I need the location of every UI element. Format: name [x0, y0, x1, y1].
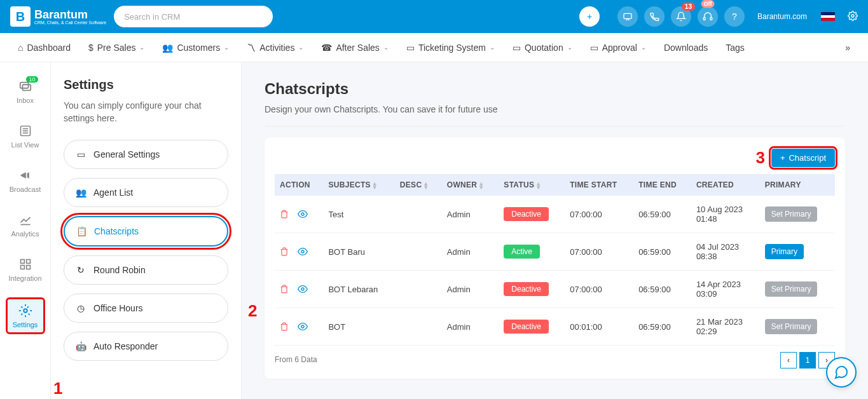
svg-rect-14: [26, 266, 30, 269]
nav-presales[interactable]: $Pre Sales⌄: [88, 43, 145, 53]
nav-approval[interactable]: ▭Approval⌄: [590, 43, 646, 53]
sidebar-item-chatscripts[interactable]: 📋Chatscripts: [64, 216, 228, 247]
col-created[interactable]: CREATED: [691, 174, 760, 196]
col-timestart[interactable]: TIME START: [565, 174, 633, 196]
view-icon[interactable]: [298, 209, 308, 219]
cell-owner: Admin: [442, 308, 499, 346]
sort-icon: ▲▼: [372, 182, 378, 189]
folder-icon: ▭: [590, 43, 598, 53]
status-badge: Deactive: [504, 282, 549, 296]
chevron-down-icon: ⌄: [383, 44, 389, 51]
rail-listview[interactable]: List View: [6, 119, 45, 152]
nav-ticketing[interactable]: ▭Ticketing System⌄: [406, 43, 495, 53]
rail-label: Integration: [9, 274, 42, 282]
cell-timestart: 00:01:00: [565, 308, 633, 346]
support-icon: ☎: [321, 43, 332, 53]
col-desc[interactable]: DESC▲▼: [395, 174, 442, 196]
sidebar-item-agents[interactable]: 👥Agent List: [64, 178, 228, 207]
nav-aftersales[interactable]: ☎After Sales⌄: [321, 43, 388, 53]
rail-settings[interactable]: Settings: [6, 297, 45, 334]
nav-item-label: Tags: [726, 43, 745, 53]
col-status[interactable]: STATUS▲▼: [499, 174, 565, 196]
view-icon[interactable]: [298, 284, 308, 294]
annotation-3: 3: [755, 148, 764, 168]
sidebar-item-general[interactable]: ▭General Settings: [64, 140, 228, 169]
brand-subtext: CRM, Chats, & Call Center Software: [34, 20, 106, 25]
list-icon: [19, 125, 32, 137]
nav-more[interactable]: »: [845, 43, 850, 53]
nav-customers[interactable]: 👥Customers⌄: [162, 43, 229, 53]
nav-downloads[interactable]: Downloads: [664, 43, 708, 53]
add-chatscript-button[interactable]: + Chatscript: [771, 149, 835, 167]
add-button[interactable]: +: [579, 6, 600, 27]
delete-icon[interactable]: [280, 247, 289, 256]
search-input[interactable]: [114, 6, 273, 27]
page-prev[interactable]: ‹: [780, 352, 797, 369]
primary-button[interactable]: Set Primary: [765, 319, 818, 334]
cell-subject: BOT: [323, 308, 394, 346]
nav-tags[interactable]: Tags: [726, 43, 745, 53]
table-row: BOT Lebaran Admin Deactive 07:00:00 06:5…: [275, 271, 835, 308]
sidebar-item-autoresponder[interactable]: 🤖Auto Responder: [64, 332, 228, 361]
help-icon-button[interactable]: ?: [724, 6, 745, 27]
gear-icon-button[interactable]: [848, 11, 858, 23]
ticket-icon: ▭: [406, 43, 415, 53]
chat-icon-button[interactable]: [617, 6, 638, 27]
table-row: BOT Admin Deactive 00:01:00 06:59:00 21 …: [275, 308, 835, 346]
primary-button[interactable]: Primary: [765, 244, 804, 259]
bell-icon-button[interactable]: 13: [671, 6, 691, 27]
sidebar-item-roundrobin[interactable]: ↻Round Robin: [64, 255, 228, 285]
data-count: From 6 Data: [275, 355, 317, 364]
delete-icon[interactable]: [280, 285, 289, 294]
settings-sidebar: Settings You can simply configure your c…: [51, 62, 242, 399]
phone-icon-button[interactable]: [644, 6, 665, 27]
top-bar: B Barantum CRM, Chats, & Call Center Sof…: [0, 0, 868, 33]
col-timeend[interactable]: TIME END: [633, 174, 691, 196]
plus-icon: +: [780, 153, 785, 163]
primary-button[interactable]: Set Primary: [765, 206, 818, 222]
annotation-2: 2: [248, 301, 257, 321]
floating-chat-button[interactable]: [826, 357, 857, 388]
view-icon[interactable]: [298, 321, 308, 332]
delete-icon[interactable]: [280, 322, 289, 331]
brand-link[interactable]: Barantum.com: [757, 12, 807, 21]
phone-icon: [649, 11, 659, 22]
grid-icon: [19, 258, 32, 271]
cell-timestart: 07:00:00: [565, 271, 633, 308]
table-row: BOT Baru Admin Active 07:00:00 06:59:00 …: [275, 233, 835, 271]
page-subtitle: Design your own Chatscripts. You can sav…: [265, 104, 845, 114]
view-icon[interactable]: [298, 247, 308, 257]
primary-button[interactable]: Set Primary: [765, 281, 818, 297]
rail-broadcast[interactable]: Broadcast: [6, 164, 45, 197]
chatscripts-table: ACTION SUBJECTS▲▼ DESC▲▼ OWNER▲▼ STATUS▲…: [275, 174, 835, 346]
clock-icon: ◷: [76, 303, 86, 313]
notification-badge: 13: [682, 3, 695, 11]
chat-bubble-icon: [834, 365, 849, 380]
col-subjects[interactable]: SUBJECTS▲▼: [323, 174, 394, 196]
nav-item-label: Dashboard: [27, 43, 71, 53]
sidebar-item-label: General Settings: [93, 149, 160, 159]
rail-analytics[interactable]: Analytics: [6, 208, 45, 241]
cell-desc: [395, 196, 442, 233]
sort-icon: ▲▼: [423, 182, 429, 189]
nav-quotation[interactable]: ▭Quotation⌄: [513, 43, 572, 53]
sidebar-item-officehours[interactable]: ◷Office Hours: [64, 294, 228, 323]
rail-inbox[interactable]: 10 Inbox: [6, 75, 45, 108]
headset-icon-button[interactable]: Off: [698, 6, 718, 27]
table-row: Test Admin Deactive 07:00:00 06:59:00 10…: [275, 196, 835, 233]
col-owner[interactable]: OWNER▲▼: [442, 174, 499, 196]
gear-icon: [18, 304, 32, 318]
nav-activities[interactable]: 〽Activities⌄: [247, 43, 303, 53]
analytics-icon: [19, 213, 32, 226]
col-primary: PRIMARY: [760, 174, 835, 196]
nav-dashboard[interactable]: ⌂Dashboard: [18, 43, 71, 53]
delete-icon[interactable]: [280, 210, 289, 219]
cell-timestart: 07:00:00: [565, 196, 633, 233]
rail-integration[interactable]: Integration: [6, 253, 45, 286]
page-1[interactable]: 1: [799, 352, 816, 369]
sidebar-desc: You can simply configure your chat setti…: [64, 100, 228, 125]
home-icon: ⌂: [18, 43, 23, 53]
svg-point-19: [301, 325, 304, 328]
language-flag[interactable]: [821, 12, 835, 21]
brand-logo[interactable]: B Barantum CRM, Chats, & Call Center Sof…: [10, 6, 106, 27]
